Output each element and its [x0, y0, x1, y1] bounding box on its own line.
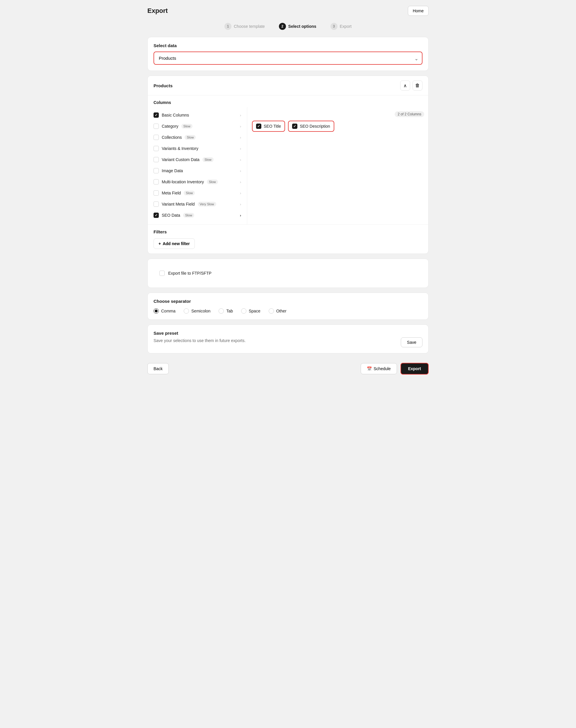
- checkbox-basic[interactable]: [153, 113, 159, 118]
- chevron-right-icon-image: ›: [240, 169, 241, 173]
- column-item-meta-field[interactable]: Meta Field Slow ›: [148, 187, 247, 199]
- badge-category: Slow: [181, 124, 193, 128]
- columns-layout: Basic Columns › Category Slow ›: [148, 107, 428, 224]
- column-label-variants-inventory: Variants & Inventory: [162, 146, 198, 151]
- chevron-right-icon-category: ›: [240, 124, 241, 128]
- step-2: 2 Select options: [279, 23, 316, 30]
- header-actions: ∧ 🗑: [400, 81, 423, 90]
- checkbox-category[interactable]: [153, 124, 159, 129]
- sub-checkbox-seo-description[interactable]: [292, 124, 297, 129]
- collapse-button[interactable]: ∧: [400, 81, 410, 90]
- column-label-variant-custom: Variant Custom Data: [162, 157, 200, 162]
- select-data-section: Select data Products Orders Customers: [147, 37, 429, 71]
- column-label-basic: Basic Columns: [162, 113, 189, 117]
- radio-space[interactable]: [241, 308, 247, 314]
- calendar-icon: 📅: [367, 366, 372, 371]
- sub-checkbox-seo-title[interactable]: [256, 124, 261, 129]
- delete-button[interactable]: 🗑: [412, 81, 423, 90]
- separator-semicolon[interactable]: Semicolon: [184, 308, 210, 314]
- radio-semicolon[interactable]: [184, 308, 189, 314]
- footer: Back 📅 Schedule Export: [147, 358, 429, 379]
- radio-comma[interactable]: [153, 308, 159, 314]
- separator-section: Choose separator Comma Semicolon Tab Spa…: [147, 293, 429, 320]
- preset-desc: Save your selections to use them in futu…: [153, 338, 246, 343]
- export-button[interactable]: Export: [401, 363, 429, 374]
- plus-icon: +: [159, 241, 161, 246]
- save-preset-button[interactable]: Save: [401, 337, 423, 347]
- chevron-right-icon-basic: ›: [240, 113, 241, 117]
- column-item-category[interactable]: Category Slow ›: [148, 121, 247, 132]
- chevron-up-icon: ∧: [403, 83, 407, 88]
- chevron-right-icon-multi: ›: [240, 180, 241, 184]
- checkbox-collections[interactable]: [153, 135, 159, 140]
- sub-column-seo-description[interactable]: SEO Description: [288, 121, 334, 132]
- column-item-variant-custom[interactable]: Variant Custom Data Slow ›: [148, 154, 247, 165]
- separator-tab[interactable]: Tab: [219, 308, 233, 314]
- add-filter-button[interactable]: + Add new filter: [153, 238, 195, 249]
- badge-seo-data: Slow: [183, 213, 194, 218]
- radio-other[interactable]: [269, 308, 274, 314]
- column-label-image-data: Image Data: [162, 169, 183, 173]
- column-item-seo-data[interactable]: SEO Data Slow ›: [148, 210, 247, 221]
- checkbox-variant-custom[interactable]: [153, 157, 159, 162]
- column-item-image-data[interactable]: Image Data ›: [148, 165, 247, 176]
- column-label-variant-meta: Variant Meta Field: [162, 202, 195, 207]
- radio-tab[interactable]: [219, 308, 224, 314]
- chevron-right-icon-seo: ›: [240, 213, 241, 218]
- back-button[interactable]: Back: [147, 363, 169, 374]
- sub-col-label-seo-title: SEO Title: [264, 124, 281, 128]
- column-label-seo-data: SEO Data: [162, 213, 180, 218]
- preset-title: Save preset: [153, 331, 423, 336]
- data-type-select-wrapper[interactable]: Products Orders Customers: [153, 52, 423, 65]
- page-title: Export: [147, 7, 168, 14]
- checkbox-meta-field[interactable]: [153, 190, 159, 195]
- ftp-label: Export file to FTP/SFTP: [168, 271, 211, 276]
- checkbox-multi-location[interactable]: [153, 179, 159, 184]
- radio-tab-label: Tab: [226, 309, 233, 313]
- badge-variant-custom: Slow: [202, 157, 213, 162]
- checkbox-seo-data[interactable]: [153, 213, 159, 218]
- badge-meta-field: Slow: [184, 191, 195, 195]
- column-label-category: Category: [162, 124, 178, 128]
- products-section: Products ∧ 🗑 Columns Basic Columns: [147, 75, 429, 254]
- column-item-variants-inventory[interactable]: Variants & Inventory ›: [148, 143, 247, 154]
- column-list: Basic Columns › Category Slow ›: [148, 107, 247, 224]
- checkbox-image-data[interactable]: [153, 168, 159, 173]
- select-data-label: Select data: [153, 43, 423, 48]
- sub-col-label-seo-description: SEO Description: [300, 124, 330, 128]
- ftp-row: Export file to FTP/SFTP: [153, 265, 423, 282]
- column-item-variant-meta[interactable]: Variant Meta Field Very Slow ›: [148, 199, 247, 210]
- footer-right: 📅 Schedule Export: [361, 363, 429, 374]
- column-item-basic[interactable]: Basic Columns ›: [148, 110, 247, 121]
- separator-space[interactable]: Space: [241, 308, 260, 314]
- checkbox-variants-inventory[interactable]: [153, 146, 159, 151]
- sub-columns-grid: SEO Title SEO Description: [252, 121, 424, 132]
- step-2-label: Select options: [288, 24, 316, 29]
- step-2-circle: 2: [279, 23, 286, 30]
- column-label-multi-location: Multi-location Inventory: [162, 180, 204, 184]
- column-item-multi-location[interactable]: Multi-location Inventory Slow ›: [148, 176, 247, 187]
- trash-icon: 🗑: [415, 83, 420, 88]
- separator-comma[interactable]: Comma: [153, 308, 175, 314]
- step-1-circle: 1: [224, 23, 231, 30]
- data-type-select[interactable]: Products Orders Customers: [153, 52, 423, 65]
- separator-other[interactable]: Other: [269, 308, 287, 314]
- ftp-checkbox[interactable]: [160, 271, 165, 276]
- checkbox-variant-meta[interactable]: [153, 202, 159, 207]
- separator-radio-group: Comma Semicolon Tab Space Other: [153, 308, 423, 314]
- schedule-button[interactable]: 📅 Schedule: [361, 363, 397, 374]
- badge-multi-location: Slow: [207, 180, 218, 184]
- chevron-right-icon-variant-custom: ›: [240, 157, 241, 162]
- step-3-circle: 3: [330, 23, 338, 30]
- filters-title: Filters: [153, 229, 423, 234]
- columns-label: Columns: [148, 95, 428, 107]
- add-filter-label: Add new filter: [163, 241, 190, 246]
- sub-column-seo-title[interactable]: SEO Title: [252, 121, 285, 132]
- schedule-label: Schedule: [374, 366, 391, 371]
- preset-section: Save preset Save your selections to use …: [147, 325, 429, 354]
- radio-other-label: Other: [276, 309, 287, 313]
- column-item-collections[interactable]: Collections Slow ›: [148, 132, 247, 143]
- step-1: 1 Choose template: [224, 23, 265, 30]
- column-label-collections: Collections: [162, 135, 182, 140]
- home-button[interactable]: Home: [408, 6, 429, 16]
